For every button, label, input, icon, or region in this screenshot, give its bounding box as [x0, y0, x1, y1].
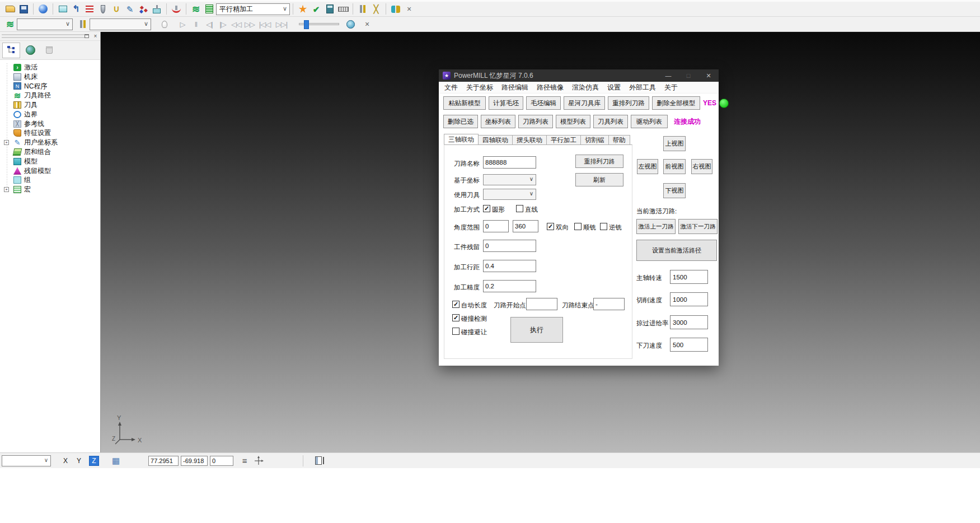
expand-icon[interactable]: [4, 140, 9, 145]
tab-4axis[interactable]: 四轴联动: [479, 135, 513, 145]
block-tool-icon[interactable]: [150, 2, 163, 16]
tree-item-machine[interactable]: 机床: [0, 72, 100, 82]
coord-list-button[interactable]: 坐标列表: [481, 115, 515, 128]
activate-prev-button[interactable]: 激活上一刀路: [636, 219, 676, 234]
go-end-icon[interactable]: ▷▷|: [273, 17, 290, 31]
tree-item-pattern[interactable]: 参考线: [0, 119, 100, 129]
rewind-icon[interactable]: ◁◁: [229, 17, 243, 31]
circle-checkbox[interactable]: [483, 205, 490, 212]
front-view-button[interactable]: 前视图: [663, 159, 686, 174]
top-view-button[interactable]: 上视图: [663, 136, 686, 151]
cross-tools-icon[interactable]: [369, 2, 383, 16]
step-back-icon[interactable]: ◁|: [203, 17, 216, 31]
line-checkbox[interactable]: [516, 205, 523, 212]
sim-tool-combobox[interactable]: ∨: [90, 18, 151, 30]
strategy-combobox[interactable]: 平行精加工 ∨: [216, 3, 290, 15]
close-button[interactable]: ✕: [698, 69, 719, 82]
block-icon[interactable]: [56, 2, 69, 16]
toolpath-name-input[interactable]: [483, 156, 536, 169]
toolpath-spring-icon[interactable]: [189, 2, 203, 16]
ruler-icon[interactable]: [336, 2, 350, 16]
grid-icon[interactable]: [109, 454, 123, 468]
climb-checkbox[interactable]: [574, 223, 582, 230]
tree-item-group[interactable]: 组: [0, 176, 100, 185]
tree-tab[interactable]: [2, 43, 20, 58]
tree-item-levels[interactable]: 层和组合: [0, 147, 100, 157]
speed-slider[interactable]: [299, 23, 339, 25]
menu-file[interactable]: 文件: [444, 83, 458, 92]
pattern-pencil-icon[interactable]: [123, 2, 137, 16]
tolerance-input[interactable]: [483, 280, 536, 292]
execute-button[interactable]: 执行: [510, 317, 563, 343]
z-coordinate-field[interactable]: [210, 456, 233, 466]
menu-coords[interactable]: 关于坐标: [466, 83, 493, 92]
tree-item-active[interactable]: 激活: [0, 63, 100, 72]
bidirectional-checkbox[interactable]: [547, 223, 554, 230]
activate-next-button[interactable]: 激活下一刀路: [678, 219, 718, 234]
cutting-speed-input[interactable]: [670, 292, 708, 306]
stock-edit-button[interactable]: 毛坯编辑: [526, 96, 561, 110]
clock-icon[interactable]: [344, 17, 357, 31]
maximize-button[interactable]: □: [678, 69, 698, 82]
toolpath-link-icon[interactable]: [69, 2, 83, 16]
stock-remain-input[interactable]: [483, 240, 536, 252]
tree-item-nc-program[interactable]: NC程序: [0, 82, 100, 91]
tab-swivel-head[interactable]: 摆头联动: [513, 135, 547, 145]
menu-external-tools[interactable]: 外部工具: [629, 83, 656, 92]
path-end-input[interactable]: [593, 298, 625, 310]
dialog-titlebar[interactable]: PowerMILL 忆梦星河 7.0.6 — □ ✕: [439, 69, 719, 82]
trash-tab[interactable]: [40, 43, 58, 58]
minimize-button[interactable]: —: [658, 69, 678, 82]
globe-tab[interactable]: [21, 43, 39, 58]
open-file-icon[interactable]: [3, 2, 17, 16]
toolbar-close-icon[interactable]: ×: [402, 2, 416, 16]
delete-selected-button[interactable]: 删除已选: [443, 115, 478, 128]
conventional-checkbox[interactable]: [600, 223, 607, 230]
expand-icon[interactable]: [4, 187, 9, 192]
tab-3axis[interactable]: 三轴联动: [444, 134, 479, 145]
collision-spark-icon[interactable]: [296, 2, 310, 16]
left-view-button[interactable]: 左视图: [637, 159, 658, 174]
tool-library-button[interactable]: 星河刀具库: [564, 96, 605, 110]
y-axis-toggle[interactable]: Y: [77, 457, 81, 465]
tree-item-workplane[interactable]: 用户坐标系: [0, 138, 100, 147]
menu-render-sim[interactable]: 渲染仿真: [572, 83, 599, 92]
tree-item-macro[interactable]: 宏: [0, 185, 100, 194]
tab-parallel[interactable]: 平行加工: [547, 135, 581, 145]
tool-pair-icon[interactable]: [356, 2, 369, 16]
mirror-cylinders-icon[interactable]: [389, 2, 402, 16]
tool-icon[interactable]: [76, 17, 90, 31]
tree-item-residual-model[interactable]: 残留模型: [0, 166, 100, 176]
layout-windows-icon[interactable]: [312, 454, 325, 468]
tree-item-feature-set[interactable]: 特征设置: [0, 129, 100, 138]
x-axis-toggle[interactable]: X: [63, 457, 68, 465]
menu-about[interactable]: 关于: [664, 83, 678, 92]
pause-icon[interactable]: ‖: [189, 17, 203, 31]
light-icon[interactable]: [158, 17, 171, 31]
tree-item-boundary[interactable]: 边界: [0, 110, 100, 119]
y-coordinate-field[interactable]: [181, 456, 208, 466]
dock-grip[interactable]: [2, 34, 86, 38]
right-view-button[interactable]: 右视图: [691, 159, 712, 174]
status-combobox[interactable]: [2, 455, 51, 466]
arc-tool-icon[interactable]: [170, 2, 183, 16]
tree-item-toolpath[interactable]: 刀具路径: [0, 91, 100, 100]
set-active-path-button[interactable]: 设置当前激活路径: [636, 240, 717, 261]
fast-forward-icon[interactable]: ▷▷: [243, 17, 256, 31]
toolpath-list-button[interactable]: 刀路列表: [518, 115, 553, 128]
step-forward-icon[interactable]: |▷: [216, 17, 229, 31]
tree-item-tools[interactable]: 刀具: [0, 100, 100, 110]
boundary-icon[interactable]: [110, 2, 123, 16]
paste-new-model-button[interactable]: 粘贴新模型: [443, 96, 486, 110]
use-tool-combobox[interactable]: [483, 189, 536, 200]
stock-lines-icon[interactable]: [83, 2, 96, 16]
go-start-icon[interactable]: |◁◁: [256, 17, 273, 31]
menu-path-edit[interactable]: 路径编辑: [501, 83, 528, 92]
skim-feed-input[interactable]: [670, 315, 708, 329]
sphere-icon[interactable]: [36, 2, 50, 16]
delete-all-models-button[interactable]: 删除全部模型: [652, 96, 700, 110]
tab-help[interactable]: 帮助: [609, 135, 630, 145]
model-list-button[interactable]: 模型列表: [556, 115, 590, 128]
angle-end-input[interactable]: [513, 220, 538, 232]
float-panel-icon[interactable]: [83, 32, 90, 40]
